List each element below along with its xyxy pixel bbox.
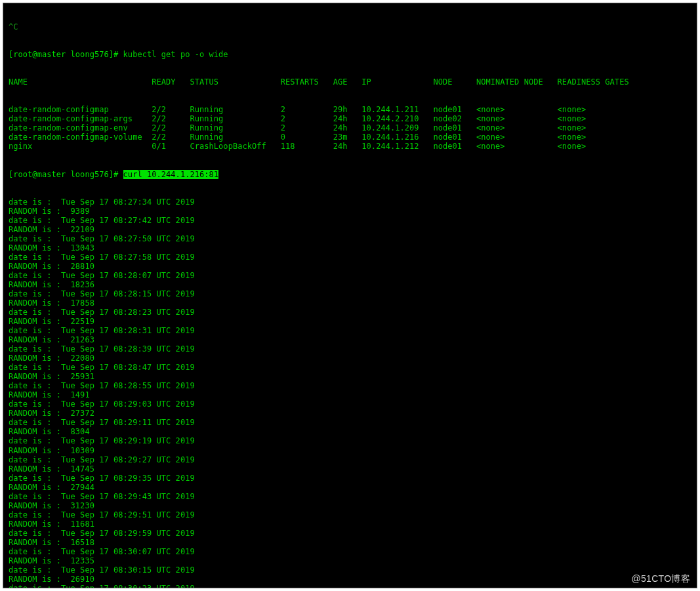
output-line: date is : Tue Sep 17 08:27:50 UTC 2019 [3, 234, 697, 243]
command-text: kubectl get po -o wide [123, 50, 228, 59]
output-line: RANDOM is : 11681 [3, 520, 697, 529]
output-line: date is : Tue Sep 17 08:28:47 UTC 2019 [3, 363, 697, 372]
output-line: RANDOM is : 13043 [3, 243, 697, 253]
output-line: RANDOM is : 28810 [3, 262, 697, 271]
output-line: date is : Tue Sep 17 08:27:34 UTC 2019 [3, 197, 697, 207]
output-line: RANDOM is : 16518 [3, 538, 697, 547]
output-line: RANDOM is : 8304 [3, 427, 697, 436]
output-line: RANDOM is : 12335 [3, 556, 697, 565]
output-line: RANDOM is : 17858 [3, 298, 697, 308]
output-line: date is : Tue Sep 17 08:29:59 UTC 2019 [3, 529, 697, 538]
table-header: NAME READY STATUS RESTARTS AGE IP NODE N… [3, 77, 697, 87]
prompt-line-2: [root@master loong576]# curl 10.244.1.21… [3, 170, 697, 179]
output-line: RANDOM is : 31230 [3, 501, 697, 510]
output-line: date is : Tue Sep 17 08:28:15 UTC 2019 [3, 289, 697, 298]
output-line: date is : Tue Sep 17 08:28:55 UTC 2019 [3, 381, 697, 390]
output-line: date is : Tue Sep 17 08:29:19 UTC 2019 [3, 436, 697, 445]
output-line: RANDOM is : 21263 [3, 335, 697, 344]
shell-prompt: [root@master loong576]# [9, 50, 123, 59]
output-line: date is : Tue Sep 17 08:30:23 UTC 2019 [3, 584, 697, 588]
top-fragment: ^C [3, 22, 697, 31]
output-line: RANDOM is : 18236 [3, 280, 697, 289]
output-line: date is : Tue Sep 17 08:27:58 UTC 2019 [3, 253, 697, 262]
output-line: RANDOM is : 26910 [3, 575, 697, 584]
output-line: RANDOM is : 9389 [3, 207, 697, 216]
output-line: RANDOM is : 25931 [3, 372, 697, 381]
watermark-label: @51CTO博客 [632, 573, 690, 584]
output-line: RANDOM is : 22519 [3, 317, 697, 326]
table-row: date-random-configmap-env 2/2 Running 2 … [3, 123, 697, 132]
output-line: date is : Tue Sep 17 08:30:07 UTC 2019 [3, 547, 697, 556]
shell-prompt: [root@master loong576]# [9, 170, 123, 179]
output-line: date is : Tue Sep 17 08:29:11 UTC 2019 [3, 418, 697, 427]
output-line: RANDOM is : 27944 [3, 483, 697, 492]
table-row: nginx 0/1 CrashLoopBackOff 118 24h 10.24… [3, 142, 697, 151]
output-line: date is : Tue Sep 17 08:29:51 UTC 2019 [3, 510, 697, 520]
table-row: date-random-configmap 2/2 Running 2 29h … [3, 105, 697, 114]
output-line: date is : Tue Sep 17 08:30:15 UTC 2019 [3, 565, 697, 575]
output-line: RANDOM is : 14745 [3, 464, 697, 474]
command-text-highlighted: curl 10.244.1.216:81 [123, 170, 219, 179]
output-line: date is : Tue Sep 17 08:29:43 UTC 2019 [3, 492, 697, 501]
output-line: date is : Tue Sep 17 08:28:31 UTC 2019 [3, 326, 697, 335]
output-line: date is : Tue Sep 17 08:29:27 UTC 2019 [3, 455, 697, 464]
output-line: RANDOM is : 22080 [3, 354, 697, 363]
output-line: date is : Tue Sep 17 08:29:03 UTC 2019 [3, 399, 697, 409]
table-row: date-random-configmap-volume 2/2 Running… [3, 132, 697, 142]
table-row: date-random-configmap-args 2/2 Running 2… [3, 114, 697, 123]
output-line: date is : Tue Sep 17 08:29:35 UTC 2019 [3, 474, 697, 483]
output-line: RANDOM is : 22109 [3, 225, 697, 234]
terminal-window[interactable]: ^C [root@master loong576]# kubectl get p… [3, 3, 697, 588]
output-line: date is : Tue Sep 17 08:28:39 UTC 2019 [3, 344, 697, 354]
output-line: date is : Tue Sep 17 08:28:07 UTC 2019 [3, 271, 697, 280]
output-line: RANDOM is : 1491 [3, 390, 697, 399]
output-line: RANDOM is : 27372 [3, 409, 697, 418]
output-line: date is : Tue Sep 17 08:27:42 UTC 2019 [3, 216, 697, 225]
output-line: RANDOM is : 10309 [3, 446, 697, 455]
output-line: date is : Tue Sep 17 08:28:23 UTC 2019 [3, 308, 697, 317]
prompt-line-1: [root@master loong576]# kubectl get po -… [3, 50, 697, 59]
